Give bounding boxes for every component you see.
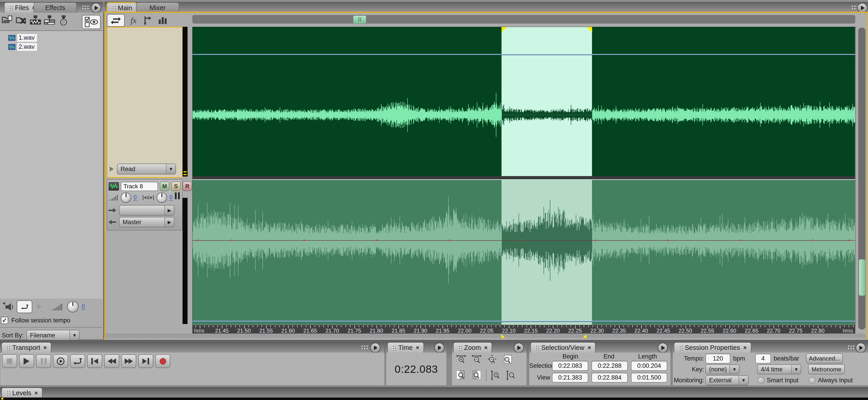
key-dropdown[interactable]: (none) ▼ [706,364,740,374]
zoom-in-vertical-button[interactable] [490,370,502,381]
track-name-field[interactable]: Track 8 [121,181,158,191]
automation-mode-dropdown[interactable]: Read ▼ [117,164,176,174]
rewind-button[interactable] [104,355,119,368]
open-file-icon[interactable] [1,15,13,25]
selection-end-handle-bottom[interactable] [583,334,586,338]
panel-grip-icon[interactable] [361,345,369,350]
import-into-video-icon[interactable] [43,15,55,25]
beats-per-bar-field[interactable]: 4 [755,354,771,364]
play-file-button[interactable] [37,304,42,309]
time-signature-dropdown[interactable]: 4/4 time ▼ [757,364,801,374]
advanced-button[interactable]: Advanced... [806,354,843,364]
selection-begin-field[interactable]: 0:22.083 [552,361,588,371]
track-output-dropdown[interactable]: ▶ [119,205,174,215]
pause-button[interactable] [36,355,51,368]
import-into-multitrack-icon[interactable] [30,15,41,25]
record-arm-button[interactable]: R [183,181,192,191]
time-display[interactable]: 0:22.083 [395,363,438,375]
track-controls-scrollbar[interactable] [183,27,188,176]
go-to-end-button[interactable] [138,355,153,368]
tempo-field[interactable]: 120 [706,354,731,364]
always-input-radio[interactable] [809,377,816,384]
autoplay-speaker-icon[interactable] [2,302,13,312]
tab-selection-view[interactable]: Selection/View × [530,342,595,353]
effects-fx-tab-icon[interactable]: fx [130,15,136,25]
files-panel-menu-button[interactable] [91,3,101,13]
tab-effects[interactable]: Effects [34,2,77,13]
zoom-to-selection-button[interactable] [501,355,513,365]
zoom-out-horizontal-button[interactable] [471,355,483,365]
track-volume-value[interactable]: 0 [133,194,137,201]
session-properties-menu-button[interactable] [856,343,866,353]
timeline-ruler[interactable]: 21.4521.5021.5521.6021.6521.7021.7521.80… [192,325,855,334]
tab-levels[interactable]: Levels × [1,388,42,398]
track-controls-scrollbar-lower[interactable] [183,198,188,324]
zoom-in-horizontal-button[interactable] [455,355,467,365]
view-length-field[interactable]: 0:01.500 [631,372,667,382]
tab-main[interactable]: Main [107,2,137,13]
preview-volume-value[interactable]: 0 [82,304,85,310]
inputs-outputs-toggle-button[interactable] [107,14,125,27]
mute-button[interactable]: M [160,181,169,191]
waveform-area[interactable] [192,27,856,325]
automation-expander-icon[interactable] [110,167,114,171]
monitoring-dropdown[interactable]: External ▼ [706,375,749,385]
tab-session-properties-close-icon[interactable]: × [743,344,747,351]
loop-play-button[interactable] [70,355,85,368]
buses-tab-icon[interactable] [142,15,152,25]
smart-input-radio[interactable] [758,377,765,384]
stop-button[interactable] [2,355,17,368]
tab-time-close-icon[interactable]: × [416,344,419,351]
zoom-to-selection-left-edge-button[interactable] [455,370,467,381]
follow-session-tempo-checkbox[interactable]: ✓ [1,317,8,324]
track-volume-knob[interactable] [121,192,131,203]
tab-levels-close-icon[interactable]: × [34,390,38,397]
selection-view-menu-button[interactable] [657,343,668,353]
tab-selection-view-close-icon[interactable]: × [588,344,591,351]
file-list[interactable]: 1.wav 2.wav [0,30,102,299]
vertical-scrollbar[interactable] [858,28,866,329]
track-input-dropdown[interactable]: Master ▶ [119,217,174,227]
view-begin-field[interactable]: 0:21.383 [552,372,588,382]
solo-button[interactable]: S [171,181,181,191]
zoom-out-full-button[interactable] [486,355,498,365]
tab-time[interactable]: Time × [388,342,424,353]
import-from-cd-icon[interactable] [58,15,69,25]
preview-volume-knob[interactable] [67,301,79,312]
tab-zoom-close-icon[interactable]: × [484,344,488,351]
go-to-beginning-button[interactable] [87,355,102,368]
file-name[interactable]: 1.wav [17,34,37,42]
selection-length-field[interactable]: 0:00.204 [631,361,667,371]
zoom-menu-button[interactable] [514,343,524,353]
tab-session-properties[interactable]: Session Properties × [674,342,751,353]
options-toggle-icon[interactable] [82,15,101,29]
play-from-cursor-button[interactable] [53,355,68,368]
ruler-handle-strip[interactable] [105,334,866,338]
metronome-button[interactable]: Metronome [808,364,845,374]
horizontal-scroll-thumb[interactable] [353,15,366,24]
selection-end-field[interactable]: 0:22.288 [591,361,628,371]
selection-start-handle[interactable] [501,27,507,32]
view-end-field[interactable]: 0:22.884 [591,372,628,382]
tab-mixer[interactable]: Mixer [136,2,179,13]
file-name[interactable]: 2.wav [17,43,37,51]
loop-playback-button[interactable] [17,300,32,313]
selection-start-handle-bottom[interactable] [501,334,505,338]
selection-end-handle[interactable] [587,27,592,32]
track-pan-knob[interactable] [157,192,167,203]
zoom-to-selection-right-edge-button[interactable] [471,370,483,381]
play-button[interactable] [19,355,34,368]
tab-zoom[interactable]: Zoom × [453,342,492,353]
close-file-icon[interactable] [16,15,27,25]
tab-transport[interactable]: Transport × [1,342,51,353]
zoom-out-vertical-button[interactable] [506,370,518,381]
eq-tab-icon[interactable] [158,16,167,25]
horizontal-scrollbar[interactable] [192,15,855,24]
multitrack-waveform-canvas[interactable] [192,27,855,325]
panel-grip-icon[interactable] [82,5,89,10]
fast-forward-button[interactable] [121,355,136,368]
transport-menu-button[interactable] [370,343,380,353]
file-row[interactable]: 2.wav [8,43,37,51]
tab-transport-close-icon[interactable]: × [43,344,47,351]
time-menu-button[interactable] [434,343,444,353]
